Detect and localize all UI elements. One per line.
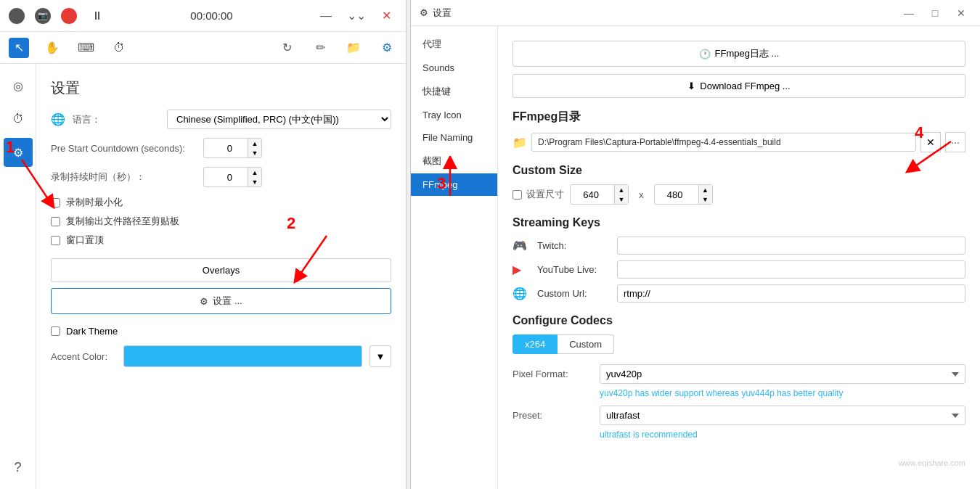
custom-url-input[interactable] (617, 284, 965, 303)
dir-clear-btn[interactable]: ✕ (920, 132, 941, 152)
youtube-label: YouTube Live: (537, 264, 610, 275)
codec-tab-custom[interactable]: Custom (558, 334, 614, 354)
cursor-btn[interactable]: ↖ (9, 38, 29, 58)
duration-spin: ▲ ▼ (248, 168, 261, 186)
nav-item-hotkeys[interactable]: 快捷键 (411, 79, 497, 104)
nav-item-naming[interactable]: File Naming (411, 126, 497, 149)
duration-row: 录制持续时间（秒）： ▲ ▼ (51, 167, 391, 187)
youtube-input[interactable] (617, 260, 965, 279)
minimize-btn[interactable]: — (316, 6, 336, 26)
sidebar-item-help[interactable]: ? (4, 453, 33, 482)
width-input[interactable] (571, 186, 614, 203)
sidebar-item-home[interactable]: ◎ (4, 71, 33, 100)
dark-theme-checkbox[interactable] (51, 326, 60, 336)
ffmpeg-log-label: FFmpeg日志 ... (715, 47, 780, 60)
height-input-wrap: ▲ ▼ (654, 184, 713, 205)
language-row: 🌐 语言： Chinese (Simplified, PRC) (中文(中国)) (51, 110, 391, 129)
settings-window-icon: ⚙ (420, 7, 428, 18)
prestart-input[interactable] (204, 140, 248, 157)
prestart-down[interactable]: ▼ (248, 148, 261, 157)
sidebar-item-history[interactable]: ⏱ (4, 104, 33, 133)
twitch-icon: 🎮 (513, 239, 530, 252)
cs-checkbox[interactable] (513, 190, 522, 200)
overlays-button[interactable]: Overlays (51, 258, 391, 282)
twitch-input[interactable] (617, 237, 965, 255)
pixel-format-hint: yuv420p has wider support whereas yuv444… (600, 388, 965, 398)
copy-path-checkbox[interactable] (51, 217, 60, 226)
preset-label: Preset: (513, 410, 592, 421)
height-input[interactable] (655, 186, 698, 203)
duration-down[interactable]: ▼ (248, 177, 261, 186)
accent-dropdown-btn[interactable]: ▼ (369, 345, 391, 367)
cs-label: 设置尺寸 (526, 188, 564, 201)
duration-up[interactable]: ▲ (248, 168, 261, 177)
custom-url-label: Custom Url: (537, 288, 610, 299)
preset-select[interactable]: ultrafast superfast veryfast faster fast… (600, 406, 965, 425)
configure-codecs-title: Configure Codecs (513, 314, 965, 327)
prestart-up[interactable]: ▲ (248, 139, 261, 148)
width-up[interactable]: ▲ (615, 185, 628, 194)
pause-btn[interactable]: ⏸ (87, 6, 107, 26)
titlebar-controls: — □ ✕ (899, 3, 971, 23)
settings-window-title-area: ⚙ 设置 (420, 7, 899, 20)
cs-checkbox-wrap: 设置尺寸 (513, 188, 564, 201)
sidebar-item-settings[interactable]: ⚙ (4, 138, 33, 167)
settings-title: 设置 (51, 78, 391, 98)
lang-select[interactable]: Chinese (Simplified, PRC) (中文(中国)) (167, 110, 391, 129)
duration-label: 录制持续时间（秒）： (51, 170, 196, 184)
download-ffmpeg-label: Download FFmpeg ... (700, 81, 790, 91)
twitch-label: Twitch: (537, 240, 610, 251)
accent-color-swatch[interactable] (123, 345, 362, 367)
folder-btn[interactable]: 📁 (343, 38, 364, 58)
settings-btn-label: 设置 ... (213, 295, 242, 308)
settings-button[interactable]: ⚙ 设置 ... (51, 288, 391, 314)
lang-label: 语言： (73, 113, 160, 126)
toolbar: 📷 ⏸ 00:00:00 — ⌄⌄ ✕ (0, 0, 406, 32)
duration-input-wrap: ▲ ▼ (203, 167, 262, 187)
clock-icon: 🕐 (699, 49, 711, 59)
dir-browse-btn[interactable]: ··· (945, 132, 965, 152)
hand-btn[interactable]: ✋ (42, 38, 62, 58)
win-max-btn[interactable]: □ (925, 3, 945, 23)
pen-btn[interactable]: ✏ (310, 38, 330, 58)
nav-item-tray[interactable]: Tray Icon (411, 104, 497, 126)
height-spin: ▲ ▼ (698, 185, 712, 204)
close-btn[interactable]: ✕ (377, 6, 397, 26)
icon-bar: ↖ ✋ ⌨ ⏱ ↻ ✏ 📁 ⚙ (0, 32, 406, 64)
width-down[interactable]: ▼ (615, 194, 628, 204)
gear-icon-btn[interactable]: ⚙ (377, 38, 397, 58)
screenshot-btn[interactable]: 📷 (35, 8, 51, 24)
left-sidebar: ◎ ⏱ ⚙ ? (0, 64, 36, 489)
topmost-checkbox[interactable] (51, 236, 60, 245)
prestart-spin: ▲ ▼ (248, 139, 261, 157)
custom-size-title: Custom Size (513, 164, 965, 177)
keyboard-btn[interactable]: ⌨ (75, 38, 96, 58)
win-min-btn[interactable]: — (899, 3, 919, 23)
duration-input[interactable] (204, 169, 248, 186)
nav-item-sounds[interactable]: Sounds (411, 57, 497, 79)
codec-tabs: x264 Custom (513, 334, 965, 354)
dir-input[interactable] (531, 133, 916, 152)
height-down[interactable]: ▼ (699, 194, 712, 204)
record-btn[interactable] (61, 8, 77, 24)
minimize-checkbox[interactable] (51, 198, 60, 207)
nav-item-proxy[interactable]: 代理 (411, 32, 497, 57)
ffmpeg-log-btn[interactable]: 🕐 FFmpeg日志 ... (513, 41, 965, 67)
codec-tab-x264[interactable]: x264 (513, 334, 558, 354)
timer-btn[interactable]: ⏱ (109, 38, 129, 58)
streaming-title: Streaming Keys (513, 216, 965, 229)
height-up[interactable]: ▲ (699, 185, 712, 194)
refresh-btn[interactable]: ↻ (277, 38, 297, 58)
expand-btn[interactable]: ⌄⌄ (346, 6, 367, 26)
copy-path-row: 复制输出文件路径至剪贴板 (51, 215, 391, 228)
pixel-format-select[interactable]: yuv420p yuv444p (600, 364, 965, 384)
settings-panel: 设置 🌐 语言： Chinese (Simplified, PRC) (中文(中… (36, 64, 406, 489)
preset-hint: ultrafast is recommended (600, 430, 965, 440)
download-ffmpeg-btn[interactable]: ⬇ Download FFmpeg ... (513, 74, 965, 98)
dark-theme-row: Dark Theme (51, 326, 391, 337)
settings-window-title-text: 设置 (433, 7, 452, 20)
nav-item-screenshot[interactable]: 截图 (411, 149, 497, 173)
circle-btn-1[interactable] (9, 8, 25, 24)
nav-item-ffmpeg[interactable]: FFmpeg (411, 173, 497, 196)
win-close-btn[interactable]: ✕ (951, 3, 971, 23)
